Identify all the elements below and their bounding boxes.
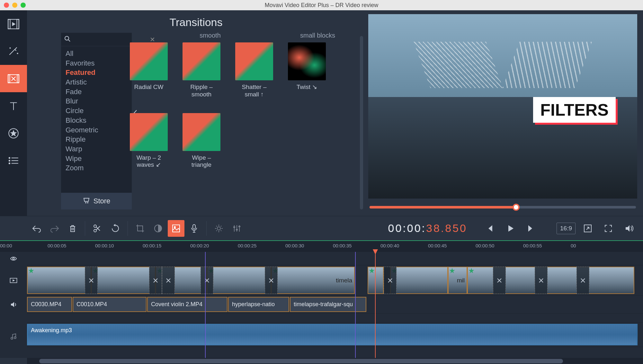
tab-stickers[interactable]	[0, 120, 27, 147]
transition-item[interactable]: Warp – 2 waves ↙	[130, 113, 168, 169]
delete-button[interactable]	[64, 220, 81, 237]
transition-marker[interactable]	[162, 267, 175, 294]
ruler-tick: 00:00:15	[143, 243, 161, 248]
video-clip[interactable]: timela	[271, 267, 355, 294]
preview-seekbar[interactable]	[368, 199, 637, 216]
svg-rect-8	[17, 75, 19, 83]
transition-marker[interactable]	[85, 267, 98, 294]
aspect-ratio-button[interactable]: 16:9	[557, 223, 576, 234]
category-item[interactable]: Zoom	[66, 163, 127, 173]
transition-marker[interactable]	[535, 267, 548, 294]
category-sidebar: ✕ AllFavoritesFeaturedArtisticFadeBlurCi…	[61, 33, 132, 209]
play-button[interactable]	[502, 220, 519, 237]
category-item[interactable]: Ripple	[66, 135, 127, 144]
video-clip[interactable]	[467, 267, 634, 294]
redo-button[interactable]	[46, 220, 63, 237]
transition-marker[interactable]	[576, 267, 589, 294]
clear-search-icon[interactable]: ✕	[150, 36, 155, 43]
category-item[interactable]: Blur	[66, 96, 127, 106]
transition-marker[interactable]	[384, 267, 397, 294]
rotate-button[interactable]	[107, 220, 124, 237]
timeline-scrollbar[interactable]	[27, 358, 643, 364]
video-clip[interactable]: mil	[448, 267, 467, 294]
transition-label: Radial CW	[130, 84, 168, 91]
category-item[interactable]: Warp	[66, 144, 127, 154]
category-item[interactable]: All	[66, 49, 127, 58]
transition-label: Ripple – smooth	[183, 84, 220, 98]
video-clip[interactable]	[207, 267, 271, 294]
svg-rect-1	[8, 19, 10, 29]
transition-marker[interactable]	[201, 267, 213, 294]
crop-button[interactable]	[132, 220, 148, 237]
transition-marker[interactable]	[493, 267, 506, 294]
tab-transitions[interactable]	[0, 65, 27, 92]
music-clip[interactable]: Awakening.mp3	[27, 324, 638, 345]
fullscreen-button[interactable]	[600, 220, 617, 237]
category-item[interactable]: Featured	[66, 68, 127, 77]
svg-line-18	[68, 40, 70, 41]
linked-audio-track[interactable]: C0030.MP4C0010.MP4Covent violin 2.MP4hyp…	[27, 296, 643, 314]
video-clip[interactable]	[390, 267, 448, 294]
category-item[interactable]: Geometric	[66, 125, 127, 135]
category-item[interactable]: Wipe	[66, 154, 127, 164]
transition-item[interactable]: Shatter – small ↑	[235, 42, 273, 98]
video-clip[interactable]	[27, 267, 91, 294]
video-track[interactable]: timelamil	[27, 265, 643, 296]
split-button[interactable]	[89, 220, 106, 237]
transition-item[interactable]: Ripple – smooth	[183, 42, 220, 98]
transition-marker[interactable]	[265, 267, 278, 294]
music-track-icon[interactable]	[0, 323, 27, 350]
music-track[interactable]: Awakening.mp3	[27, 323, 643, 347]
detach-preview-button[interactable]	[579, 220, 596, 237]
transition-label: Shatter – small ↑	[235, 84, 273, 98]
clip-properties-button[interactable]	[168, 220, 184, 237]
tab-filters[interactable]	[0, 38, 27, 65]
transition-item[interactable]: Radial CW	[130, 42, 168, 98]
prev-frame-button[interactable]	[481, 220, 498, 237]
video-track-icon[interactable]	[0, 265, 27, 296]
video-clip[interactable]	[91, 267, 156, 294]
record-audio-button[interactable]	[186, 220, 202, 237]
volume-button[interactable]	[621, 220, 637, 237]
timeline-marker[interactable]	[205, 252, 206, 358]
playhead[interactable]	[375, 252, 376, 358]
transition-item[interactable]: Twist ↘	[288, 42, 326, 98]
tab-more[interactable]	[0, 147, 27, 174]
category-item[interactable]: Favorites	[66, 58, 127, 68]
audio-clip[interactable]: hyperlapse-natio	[228, 297, 289, 312]
timecode-frames: 38.850	[426, 222, 467, 235]
category-item[interactable]: Artistic	[66, 77, 127, 87]
equalizer-button[interactable]	[228, 220, 245, 237]
store-button[interactable]: Store	[61, 193, 132, 209]
video-clip[interactable]	[368, 267, 384, 294]
undo-button[interactable]	[28, 220, 45, 237]
next-frame-button[interactable]	[522, 220, 539, 237]
timeline-ruler[interactable]: 00:0000:00:0500:00:1000:00:1500:00:2000:…	[0, 240, 643, 252]
category-item[interactable]: Blocks	[66, 116, 127, 125]
category-item[interactable]: Circle	[66, 106, 127, 116]
audio-track-icon[interactable]	[0, 296, 27, 314]
color-adjust-button[interactable]	[150, 220, 166, 237]
audio-clip[interactable]: C0010.MP4	[73, 297, 147, 312]
window-title: Movavi Video Editor Plus – DR Video revi…	[265, 2, 379, 9]
panel-title: Transitions	[27, 10, 365, 32]
settings-button[interactable]	[210, 220, 227, 237]
panel-scrollbar[interactable]	[360, 36, 363, 209]
category-item[interactable]: Fade	[66, 87, 127, 97]
search-row: ✕	[61, 33, 132, 46]
maximize-window-button[interactable]	[21, 3, 26, 8]
timeline-marker[interactable]	[355, 252, 356, 358]
tab-titles[interactable]	[0, 92, 27, 120]
track-visibility-icon[interactable]	[0, 252, 27, 265]
timeline-tracks[interactable]: timelamil C0030.MP4C0010.MP4Covent violi…	[0, 252, 643, 358]
audio-clip[interactable]: C0030.MP4	[27, 297, 72, 312]
thumb-rows: Radial CWRipple – smoothShatter – small …	[123, 42, 359, 169]
minimize-window-button[interactable]	[12, 3, 17, 8]
audio-clip[interactable]: Covent violin 2.MP4	[147, 297, 228, 312]
transition-item[interactable]: Wipe – triangle	[183, 113, 220, 169]
tab-media[interactable]	[0, 10, 27, 38]
ruler-tick: 00:00:30	[285, 243, 304, 248]
close-window-button[interactable]	[4, 3, 9, 8]
transition-marker[interactable]	[149, 267, 162, 294]
preview-video[interactable]: FILTERS	[368, 14, 637, 199]
